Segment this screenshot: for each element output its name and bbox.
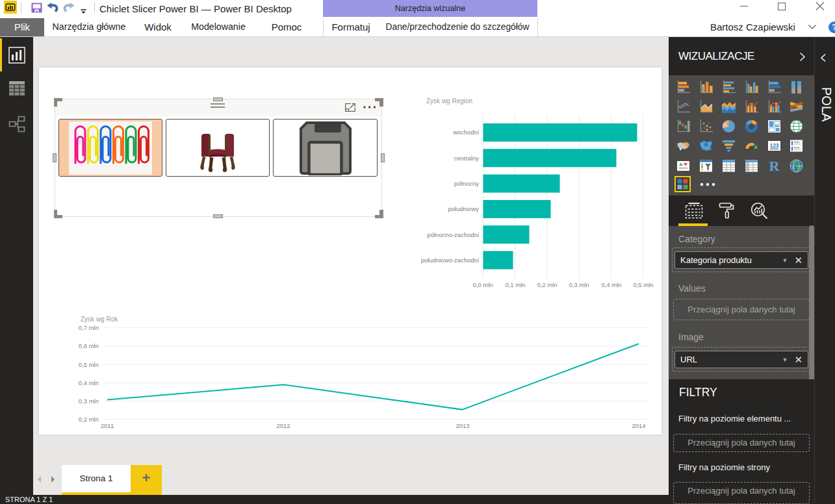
svg-text:123: 123 [769,142,778,149]
svg-text:R: R [769,158,780,173]
